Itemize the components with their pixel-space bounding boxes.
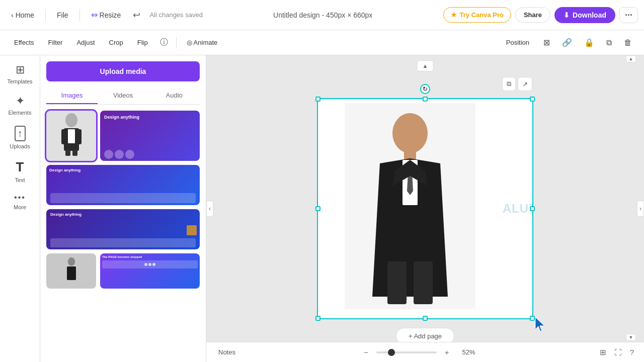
media-panel: Upload media Images Videos Audio — [40, 55, 206, 362]
lock-icon-button[interactable]: 🔒 — [580, 35, 598, 50]
svg-rect-12 — [387, 261, 407, 304]
notes-button[interactable]: Notes — [214, 346, 239, 358]
collapse-left-button[interactable]: ‹ — [206, 201, 213, 217]
toolbar-separator — [176, 37, 177, 48]
divider1 — [45, 9, 46, 21]
zoom-out-button[interactable]: − — [362, 346, 370, 358]
topbar-right-actions: ★ Try Canva Pro Share ⬇ Download ··· — [443, 7, 638, 23]
adjust-button[interactable]: Adjust — [70, 36, 101, 49]
link-icon-button[interactable]: 🔗 — [558, 35, 576, 50]
more-options-button[interactable]: ··· — [619, 7, 638, 23]
divider2 — [79, 9, 80, 21]
svg-rect-5 — [65, 150, 70, 156]
cursor-arrow — [533, 317, 548, 334]
undo-button[interactable]: ↩ — [130, 7, 143, 24]
elements-icon: ✦ — [16, 95, 25, 108]
media-item-design2[interactable]: Design anything — [46, 165, 200, 205]
toolbar-right: Position ⊠ 🔗 🔒 ⧉ 🗑 — [500, 35, 636, 50]
svg-rect-8 — [67, 266, 76, 280]
canvas-page-container: ALUTEKNО ⧉ ↗ ↻ — [317, 98, 533, 319]
media-item-person[interactable] — [46, 111, 96, 161]
scroll-top[interactable]: ▲ — [626, 55, 636, 62]
canvas-area[interactable]: ‹ › ▲ ▼ — [206, 55, 644, 362]
animate-button[interactable]: ◎ Animate — [181, 36, 224, 49]
sidebar-item-text[interactable]: T Text — [3, 155, 37, 187]
more-icon: ••• — [14, 193, 26, 202]
media-item-design3[interactable]: Design anything — [46, 209, 200, 249]
sidebar-item-elements[interactable]: ✦ Elements — [3, 90, 37, 120]
sidebar-item-uploads[interactable]: ↑ Uploads — [3, 122, 37, 153]
bottom-right-actions: ⊞ ⛶ ? — [598, 346, 636, 359]
tab-images[interactable]: Images — [46, 87, 98, 104]
emg-thumb-text: The PAGE function stopped — [102, 255, 142, 258]
try-pro-label: Try Canva Pro — [460, 11, 504, 19]
file-button[interactable]: File — [52, 8, 73, 22]
rotate-handle[interactable]: ↻ — [420, 84, 430, 94]
fullscreen-button[interactable]: ⛶ — [612, 346, 624, 358]
download-button[interactable]: ⬇ Download — [554, 7, 615, 23]
person2-thumbnail-svg — [64, 256, 79, 286]
media-item-person2[interactable] — [46, 253, 96, 289]
float-copy-button[interactable]: ⧉ — [502, 77, 516, 91]
flip-button[interactable]: Flip — [131, 36, 154, 49]
page-nav-up[interactable]: ▲ — [417, 60, 434, 71]
design-thumb2-text: Design anything — [49, 168, 80, 172]
svg-point-0 — [65, 113, 77, 127]
resize-button[interactable]: ⇔ Resize — [86, 7, 126, 23]
elements-label: Elements — [9, 110, 32, 116]
animate-icon: ◎ — [187, 39, 194, 46]
svg-rect-6 — [72, 150, 77, 156]
rotate-icon: ↻ — [423, 85, 428, 93]
crop-button[interactable]: Crop — [103, 36, 129, 49]
tab-audio[interactable]: Audio — [148, 87, 200, 104]
svg-rect-3 — [61, 129, 65, 144]
templates-label: Templates — [7, 78, 32, 84]
float-share-button[interactable]: ↗ — [518, 77, 532, 91]
share-button[interactable]: Share — [515, 7, 550, 23]
collapse-right-button[interactable]: › — [637, 201, 644, 217]
bottom-center: − + 52% — [244, 346, 594, 358]
uploads-label: Uploads — [10, 143, 30, 149]
canvas-page[interactable]: ALUTEKNО ⧉ ↗ ↻ — [317, 98, 533, 319]
download-label: Download — [573, 11, 606, 19]
float-toolbar: ⧉ ↗ — [502, 77, 532, 91]
home-button[interactable]: ‹ Home — [6, 8, 39, 22]
resize-icon: ⇔ — [91, 10, 98, 20]
scroll-bottom[interactable]: ▼ — [626, 334, 636, 341]
duplicate-icon-button[interactable]: ⧉ — [602, 35, 616, 50]
zoom-slider[interactable] — [376, 351, 437, 353]
info-button[interactable]: ⓘ — [156, 34, 172, 51]
upload-media-button[interactable]: Upload media — [46, 61, 200, 81]
person-element[interactable] — [345, 103, 475, 309]
design-thumb1-text: Design anything — [104, 115, 139, 120]
top-bar: ‹ Home File ⇔ Resize ↩ All changes saved… — [0, 0, 644, 30]
sidebar-item-templates[interactable]: ⊞ Templates — [3, 59, 37, 88]
media-item-emg[interactable]: The PAGE function stopped — [100, 253, 200, 289]
text-icon: T — [16, 159, 24, 175]
help-button[interactable]: ? — [628, 346, 636, 358]
effects-button[interactable]: Effects — [8, 36, 40, 49]
person-svg — [360, 106, 460, 307]
tab-videos[interactable]: Videos — [98, 87, 149, 104]
download-icon: ⬇ — [564, 11, 570, 19]
left-sidebar: ⊞ Templates ✦ Elements ↑ Uploads T Text … — [0, 55, 40, 362]
zoom-in-button[interactable]: + — [443, 346, 451, 358]
panel-tabs: Images Videos Audio — [46, 87, 200, 105]
bottom-bar: Notes − + 52% ⊞ ⛶ ? — [206, 342, 644, 362]
canvas-content: ALUTEKNО — [317, 98, 533, 319]
person-thumbnail-svg — [59, 113, 84, 158]
grid-view-button[interactable]: ⊞ — [598, 346, 608, 359]
media-grid: Design anything Design anything — [40, 105, 206, 295]
back-icon: ‹ — [11, 11, 14, 19]
media-item-design1[interactable]: Design anything — [100, 111, 200, 161]
sidebar-item-more[interactable]: ••• More — [3, 189, 37, 214]
main-layout: ⊞ Templates ✦ Elements ↑ Uploads T Text … — [0, 55, 644, 362]
filter-button[interactable]: Filter — [42, 36, 69, 49]
position-button[interactable]: Position — [500, 36, 535, 49]
star-icon: ★ — [451, 11, 457, 19]
text-label: Text — [15, 177, 25, 183]
delete-icon-button[interactable]: 🗑 — [620, 35, 636, 50]
try-pro-button[interactable]: ★ Try Canva Pro — [443, 7, 511, 23]
svg-rect-4 — [77, 129, 82, 144]
transparency-icon-button[interactable]: ⊠ — [539, 35, 554, 50]
